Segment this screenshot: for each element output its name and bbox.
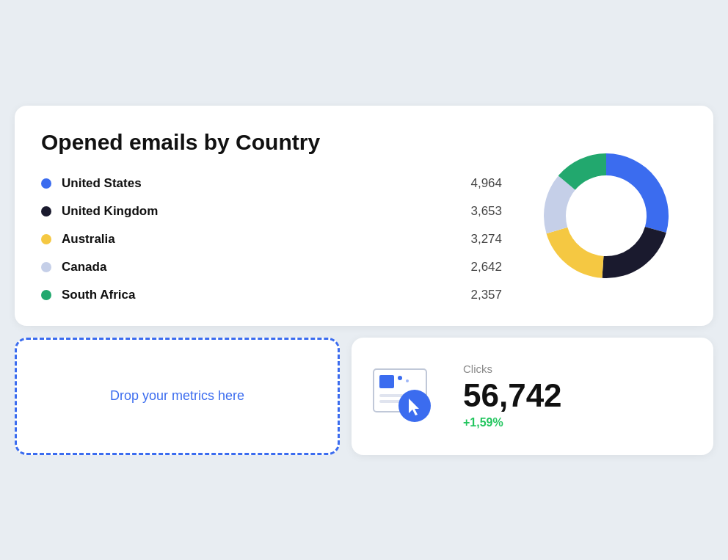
- legend-dot-au: [41, 234, 51, 244]
- drop-zone[interactable]: Drop your metrics here: [15, 338, 340, 455]
- legend-item-us: United States 4,964: [41, 176, 502, 191]
- svg-point-3: [406, 379, 409, 382]
- legend-item-uk: United Kingdom 3,653: [41, 204, 502, 219]
- clicks-info: Clicks 56,742 +1,59%: [463, 363, 562, 429]
- clicks-card: Clicks 56,742 +1,59%: [352, 338, 713, 455]
- card-left: Opened emails by Country United States 4…: [41, 129, 502, 302]
- svg-rect-1: [379, 375, 394, 388]
- legend-item-au: Australia 3,274: [41, 232, 502, 247]
- donut-segment-australia: [547, 227, 604, 277]
- legend-list: United States 4,964 United Kingdom 3,653…: [41, 176, 502, 302]
- donut-segment-united-kingdom: [602, 226, 666, 277]
- donut-chart: [525, 135, 687, 297]
- legend-dot-ca: [41, 262, 51, 272]
- donut-svg: [525, 135, 687, 297]
- clicks-change: +1,59%: [463, 416, 562, 429]
- legend-label-au: Australia: [62, 232, 448, 247]
- legend-dot-za: [41, 290, 51, 300]
- legend-value-ca: 2,642: [458, 260, 502, 274]
- legend-value-us: 4,964: [458, 176, 502, 191]
- legend-label-uk: United Kingdom: [62, 204, 448, 219]
- drop-zone-label: Drop your metrics here: [110, 388, 244, 404]
- legend-value-uk: 3,653: [458, 204, 502, 219]
- bottom-row: Drop your metrics here: [15, 338, 713, 455]
- card-title: Opened emails by Country: [41, 129, 502, 156]
- clicks-icon: [372, 363, 445, 429]
- top-card: Opened emails by Country United States 4…: [15, 106, 713, 326]
- legend-label-ca: Canada: [62, 260, 448, 274]
- legend-label-us: United States: [62, 176, 448, 191]
- clicks-value: 56,742: [463, 378, 562, 413]
- legend-item-za: South Africa 2,357: [41, 288, 502, 302]
- legend-label-za: South Africa: [62, 288, 448, 302]
- donut-segment-united-states: [606, 153, 669, 233]
- legend-value-za: 2,357: [458, 288, 502, 302]
- legend-dot-uk: [41, 206, 51, 217]
- legend-value-au: 3,274: [458, 232, 502, 247]
- clicks-label: Clicks: [463, 363, 562, 375]
- svg-point-2: [398, 376, 402, 380]
- legend-dot-us: [41, 178, 51, 189]
- dashboard: Opened emails by Country United States 4…: [15, 106, 713, 455]
- legend-item-ca: Canada 2,642: [41, 260, 502, 274]
